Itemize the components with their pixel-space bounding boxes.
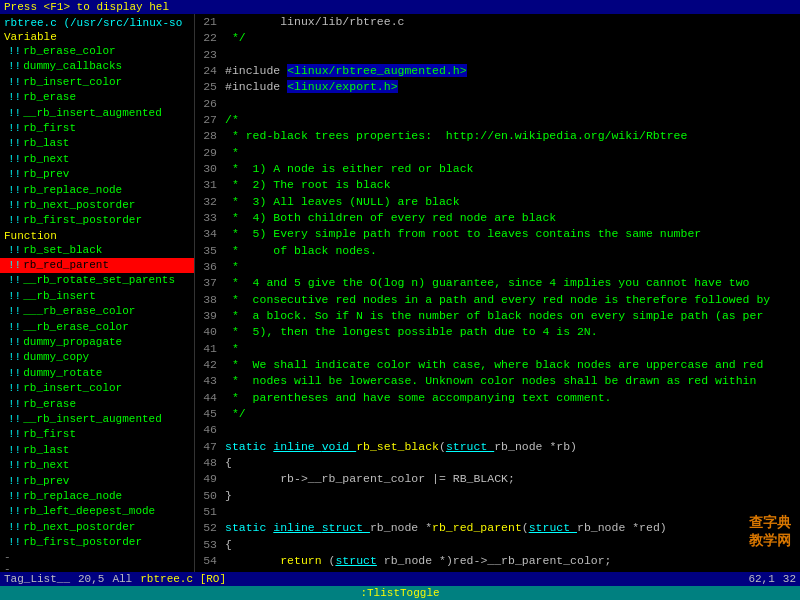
sidebar-item[interactable]: !!dummy_callbacks bbox=[0, 59, 194, 74]
sidebar-item[interactable]: !!__rb_rotate_set_parents bbox=[0, 273, 194, 288]
item-label: rb_last bbox=[23, 444, 69, 456]
code-area[interactable]: 21 linux/lib/rbtree.c22 */2324#include <… bbox=[195, 14, 800, 572]
code-line: 24#include <linux/rbtree_augmented.h> bbox=[195, 63, 800, 79]
sidebar-item[interactable]: !!rb_next_postorder bbox=[0, 198, 194, 213]
sidebar-item[interactable]: !!rb_first_postorder bbox=[0, 535, 194, 550]
line-number: 44 bbox=[195, 390, 223, 406]
line-content bbox=[223, 96, 800, 112]
item-label: __rb_insert bbox=[23, 290, 96, 302]
code-line: 26 bbox=[195, 96, 800, 112]
item-prefix: !! bbox=[8, 305, 21, 317]
item-label: dummy_rotate bbox=[23, 367, 102, 379]
sidebar-item[interactable]: !!rb_first_postorder bbox=[0, 213, 194, 228]
item-prefix: !! bbox=[8, 536, 21, 548]
sidebar-item[interactable]: !!rb_next_postorder bbox=[0, 520, 194, 535]
code-line: 53{ bbox=[195, 537, 800, 553]
sidebar-item[interactable]: !!rb_last bbox=[0, 443, 194, 458]
line-content: * bbox=[223, 341, 800, 357]
code-line: 30 * 1) A node is either red or black bbox=[195, 161, 800, 177]
item-prefix: !! bbox=[8, 321, 21, 333]
status-bar: Tag_List__ 20,5 All rbtree.c [RO] 62,1 3… bbox=[0, 572, 800, 586]
line-content: #include <linux/export.h> bbox=[223, 79, 800, 95]
filename: rbtree.c [RO] bbox=[140, 573, 226, 585]
item-label: dummy_copy bbox=[23, 351, 89, 363]
item-label: rb_first_postorder bbox=[23, 536, 142, 548]
sidebar-item[interactable]: !!rb_first bbox=[0, 427, 194, 442]
sidebar-item[interactable]: !!rb_next bbox=[0, 458, 194, 473]
status-right: 62,1 32 bbox=[748, 573, 796, 585]
item-label: dummy_callbacks bbox=[23, 60, 122, 72]
line-content: rb->__rb_parent_color |= RB_BLACK; bbox=[223, 471, 800, 487]
code-line: 50} bbox=[195, 488, 800, 504]
sidebar-item[interactable]: !!rb_insert_color bbox=[0, 381, 194, 396]
code-line: 40 * 5), then the longest possible path … bbox=[195, 324, 800, 340]
code-line: 54 return (struct rb_node *)red->__rb_pa… bbox=[195, 553, 800, 569]
item-prefix: !! bbox=[8, 475, 21, 487]
sidebar-item[interactable]: !!rb_erase bbox=[0, 397, 194, 412]
item-prefix: !! bbox=[8, 199, 21, 211]
sidebar-item[interactable]: !!rb_erase_color bbox=[0, 44, 194, 59]
sidebar-item[interactable]: !!___rb_erase_color bbox=[0, 304, 194, 319]
sidebar-item[interactable]: !!rb_replace_node bbox=[0, 489, 194, 504]
item-prefix: !! bbox=[8, 168, 21, 180]
sidebar-item[interactable]: !!__rb_insert_augmented bbox=[0, 412, 194, 427]
line-content: static inline void rb_set_black(struct r… bbox=[223, 439, 800, 455]
line-number: 50 bbox=[195, 488, 223, 504]
sidebar-separator: - bbox=[0, 563, 194, 573]
sidebar-item[interactable]: !!rb_prev bbox=[0, 167, 194, 182]
line-number: 23 bbox=[195, 47, 223, 63]
percent: 32 bbox=[783, 573, 796, 585]
item-prefix: !! bbox=[8, 259, 21, 271]
code-line: 39 * a block. So if N is the number of b… bbox=[195, 308, 800, 324]
status-left: Tag_List__ 20,5 All rbtree.c [RO] bbox=[4, 573, 226, 585]
code-line: 49 rb->__rb_parent_color |= RB_BLACK; bbox=[195, 471, 800, 487]
code-line: 29 * bbox=[195, 145, 800, 161]
sidebar-item[interactable]: !!rb_set_black bbox=[0, 243, 194, 258]
line-col: 62,1 bbox=[748, 573, 774, 585]
sidebar-item[interactable]: !!rb_replace_node bbox=[0, 183, 194, 198]
item-label: rb_erase bbox=[23, 91, 76, 103]
sidebar-item[interactable]: !!rb_erase bbox=[0, 90, 194, 105]
code-line: 34 * 5) Every simple path from root to l… bbox=[195, 226, 800, 242]
line-content: * 1) A node is either red or black bbox=[223, 161, 800, 177]
app: Press <F1> to display hel rbtree.c (/usr… bbox=[0, 0, 800, 600]
line-number: 51 bbox=[195, 504, 223, 520]
item-prefix: !! bbox=[8, 153, 21, 165]
sidebar-item[interactable]: !!rb_red_parent bbox=[0, 258, 194, 273]
sidebar-item[interactable]: !!rb_next bbox=[0, 152, 194, 167]
item-prefix: !! bbox=[8, 107, 21, 119]
sidebar-item[interactable]: !!__rb_insert bbox=[0, 289, 194, 304]
sidebar-item[interactable]: !!__rb_insert_augmented bbox=[0, 106, 194, 121]
line-content: * bbox=[223, 259, 800, 275]
code-line: 33 * 4) Both children of every red node … bbox=[195, 210, 800, 226]
line-number: 45 bbox=[195, 406, 223, 422]
code-line: 52static inline struct rb_node *rb_red_p… bbox=[195, 520, 800, 536]
line-number: 30 bbox=[195, 161, 223, 177]
line-number: 26 bbox=[195, 96, 223, 112]
sidebar-item[interactable]: !!dummy_copy bbox=[0, 350, 194, 365]
sidebar-item[interactable]: !!rb_prev bbox=[0, 474, 194, 489]
line-content: * bbox=[223, 145, 800, 161]
code-line: 47static inline void rb_set_black(struct… bbox=[195, 439, 800, 455]
sidebar-item[interactable]: !!rb_last bbox=[0, 136, 194, 151]
line-number: 39 bbox=[195, 308, 223, 324]
modifier: All bbox=[112, 573, 132, 585]
sidebar-item[interactable]: !!rb_left_deepest_mode bbox=[0, 504, 194, 519]
sidebar-item[interactable]: !!dummy_rotate bbox=[0, 366, 194, 381]
sidebar-item[interactable]: !!rb_insert_color bbox=[0, 75, 194, 90]
item-prefix: !! bbox=[8, 76, 21, 88]
item-label: rb_insert_color bbox=[23, 382, 122, 394]
line-content: * 5) Every simple path from root to leav… bbox=[223, 226, 800, 242]
code-line: 31 * 2) The root is black bbox=[195, 177, 800, 193]
line-content bbox=[223, 422, 800, 438]
line-content: } bbox=[223, 488, 800, 504]
sidebar-item[interactable]: !!rb_first bbox=[0, 121, 194, 136]
sidebar-item[interactable]: !!dummy_propagate bbox=[0, 335, 194, 350]
item-prefix: !! bbox=[8, 444, 21, 456]
item-label: rb_last bbox=[23, 137, 69, 149]
sidebar-file-label: rbtree.c (/usr/src/linux-so bbox=[0, 16, 194, 30]
include-file: <linux/rbtree_augmented.h> bbox=[287, 64, 466, 77]
item-label: rb_erase bbox=[23, 398, 76, 410]
code-line: 51 bbox=[195, 504, 800, 520]
sidebar-item[interactable]: !!__rb_erase_color bbox=[0, 320, 194, 335]
